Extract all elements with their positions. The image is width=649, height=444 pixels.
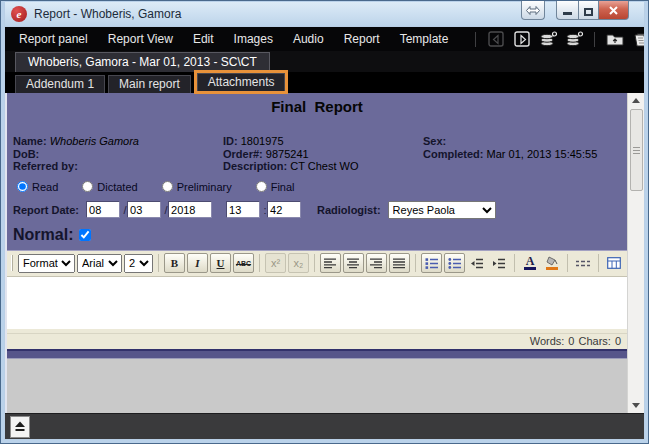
report-text-area[interactable] [7,276,627,329]
font-family-select[interactable]: Arial [77,254,122,273]
report-date-month-input[interactable] [127,201,161,218]
radio-final[interactable]: Final [256,181,295,193]
close-icon [609,6,618,15]
menu-edit[interactable]: Edit [193,32,214,46]
forward-button[interactable] [511,30,533,49]
editor-toolbar: Format Arial 2 B I U ABC x² x₂ [7,251,627,276]
bottom-bar [5,413,644,439]
align-center-button[interactable] [343,253,364,273]
tab-main-report[interactable]: Main report [108,75,191,93]
dictated-radio[interactable] [82,181,93,192]
order-value: 9875241 [266,148,309,160]
preliminary-radio[interactable] [162,181,173,192]
paragraph-format-select[interactable]: Format [18,254,75,273]
font-color-button[interactable]: A [520,253,540,273]
order-label: Order#: [223,148,263,160]
minimize-button[interactable] [556,1,578,20]
menu-report[interactable]: Report [344,32,380,46]
description-label: Description: [223,160,287,172]
back-button[interactable] [485,30,507,49]
align-left-icon [324,258,337,269]
scroll-down-button[interactable] [628,398,645,413]
report-time-hour-input[interactable] [226,201,260,218]
report-time-minute-input[interactable] [267,201,301,218]
menu-audio[interactable]: Audio [293,32,324,46]
tab-addendum-1[interactable]: Addendum 1 [15,75,105,93]
horizontal-rule-button[interactable] [573,253,593,273]
radio-read[interactable]: Read [17,181,58,193]
scrollbar-thumb[interactable] [630,109,643,191]
menu-report-panel[interactable]: Report panel [19,32,88,46]
tab-attachments[interactable]: Attachments [197,73,286,91]
align-right-button[interactable] [366,253,387,273]
stack-alt-button[interactable] [563,30,585,49]
italic-button[interactable]: I [187,253,208,273]
normal-checkbox[interactable] [79,229,91,241]
app-body: Report panel Report View Edit Images Aud… [5,27,644,439]
indent-button[interactable] [489,253,509,273]
forward-icon [514,31,531,48]
radiologist-label: Radiologist: [317,204,381,216]
report-date-label: Report Date: [13,204,79,216]
documents-icon [632,32,644,47]
vertical-scrollbar[interactable] [627,93,644,413]
radiologist-select[interactable]: Reyes Paola [388,201,496,219]
report-date-day-input[interactable] [86,201,120,218]
justify-button[interactable] [389,253,410,273]
id-label: ID: [223,135,238,147]
bold-button[interactable]: B [164,253,185,273]
report-window: e Report - Whoberis, Gamora Report panel… [0,0,649,444]
study-tab[interactable]: Whoberis, Gamora - Mar 01, 2013 - SC\CT [15,52,270,72]
underline-button[interactable]: U [210,253,231,273]
maximize-button[interactable] [578,1,598,20]
eject-icon [14,421,26,432]
id-value: 1801975 [241,135,284,147]
ordered-list-icon [425,258,439,269]
final-radio[interactable] [256,181,267,192]
scroll-up-button[interactable] [628,93,645,108]
folder-button[interactable] [604,30,626,49]
editor-separator [514,254,515,272]
folder-icon [606,32,624,47]
report-date-year-input[interactable] [168,201,212,218]
completed-value: Mar 01, 2013 15:45:55 [487,148,598,160]
highlight-icon [545,256,559,270]
chars-count: 0 [615,335,621,347]
ordered-list-button[interactable] [421,253,442,273]
normal-row: Normal: [13,226,627,244]
toolbar-grip-icon[interactable] [11,255,13,271]
strikethrough-button[interactable]: ABC [233,253,254,273]
documents-button[interactable] [630,30,644,49]
collapse-panel-button[interactable] [10,416,30,438]
stack-button[interactable] [537,30,559,49]
name-value: Whoberis Gamora [50,135,139,147]
toolbar-separator [594,32,595,47]
completed-label: Completed: [423,148,484,160]
align-left-button[interactable] [320,253,341,273]
patient-info-col-1: Name: Whoberis Gamora DoB: Referred by: [13,135,223,173]
editor-separator [598,254,599,272]
restore-layout-button[interactable] [521,1,545,20]
radio-preliminary[interactable]: Preliminary [162,181,232,193]
radio-dictated[interactable]: Dictated [82,181,137,193]
menu-images[interactable]: Images [234,32,273,46]
sex-label: Sex: [423,135,446,147]
read-radio[interactable] [17,181,28,192]
menu-report-view[interactable]: Report View [108,32,173,46]
font-size-select[interactable]: 2 [124,254,153,273]
insert-table-button[interactable] [604,253,624,273]
unordered-list-button[interactable] [444,253,465,273]
highlight-color-button[interactable] [542,253,562,273]
superscript-button[interactable]: x² [265,253,286,273]
subscript-button[interactable]: x₂ [288,253,309,273]
insert-table-icon [607,257,621,269]
patient-info: Name: Whoberis Gamora DoB: Referred by: … [13,135,623,173]
editor-status-bar: Words: 0 Chars: 0 [7,333,627,349]
stack-alt-icon [565,31,584,47]
window-controls [556,1,629,20]
toolbar-separator [475,32,476,47]
close-button[interactable] [598,1,629,20]
menu-template[interactable]: Template [400,32,449,46]
report-content: Final Report Name: Whoberis Gamora DoB: … [5,93,644,413]
outdent-button[interactable] [467,253,487,273]
